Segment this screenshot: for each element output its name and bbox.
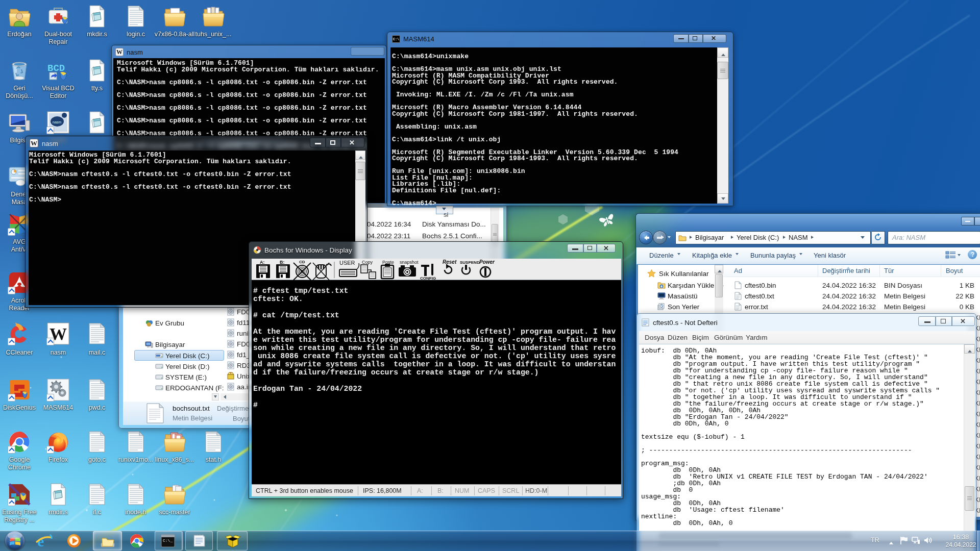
svg-text:CONFIG: CONFIG xyxy=(420,276,436,280)
svg-text:snapshot: snapshot xyxy=(400,260,419,265)
svg-text:Power: Power xyxy=(479,259,495,265)
svg-text:Copy: Copy xyxy=(362,260,373,265)
svg-text:USER: USER xyxy=(339,260,355,266)
svg-text:A:: A: xyxy=(260,260,265,265)
svg-text:C:\_: C:\_ xyxy=(163,538,173,543)
svg-text:CD: CD xyxy=(299,260,305,264)
svg-text:SUSPEND: SUSPEND xyxy=(460,260,480,265)
svg-text:B:: B: xyxy=(280,260,285,265)
svg-text:Reset: Reset xyxy=(443,259,457,265)
